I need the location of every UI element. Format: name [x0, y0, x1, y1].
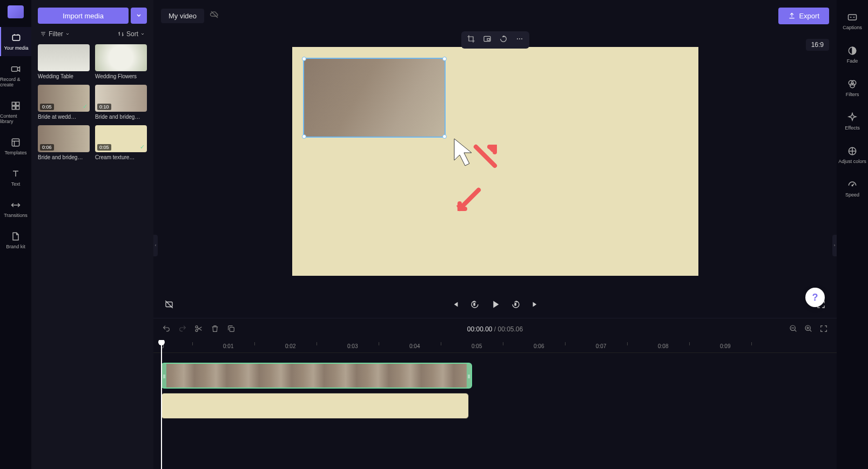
- prop-filters[interactable]: Filters: [837, 72, 868, 104]
- redo-button[interactable]: [178, 324, 187, 335]
- prop-captions[interactable]: Captions: [837, 5, 868, 37]
- chevron-down-icon: [65, 32, 70, 36]
- playhead[interactable]: [161, 340, 162, 469]
- fade-icon: [847, 45, 858, 56]
- zoom-in-icon: [804, 324, 813, 333]
- media-label: Wedding Flowers: [95, 73, 147, 79]
- undo-button[interactable]: [162, 324, 171, 335]
- duplicate-button[interactable]: [227, 324, 235, 335]
- prop-adjust-colors[interactable]: Adjust colors: [837, 139, 868, 171]
- preview-canvas[interactable]: [292, 47, 698, 276]
- resize-handle-bl[interactable]: [302, 134, 306, 139]
- app-logo[interactable]: [8, 5, 24, 18]
- filter-icon: [40, 31, 46, 37]
- media-item[interactable]: 0:06Bride and brideg…: [38, 125, 90, 160]
- play-button[interactable]: [489, 298, 501, 310]
- clip-trim-right[interactable]: ||: [467, 364, 471, 388]
- media-thumbnail[interactable]: [95, 44, 147, 71]
- ruler-tick: 0:05: [472, 343, 482, 349]
- project-title[interactable]: My video: [161, 9, 204, 23]
- resize-handle-tr[interactable]: [442, 57, 447, 61]
- forward-icon: 5: [511, 300, 521, 309]
- media-label: Cream texture…: [95, 154, 147, 160]
- record-icon: [10, 64, 21, 74]
- delete-button[interactable]: [211, 324, 219, 335]
- zoom-out-icon: [789, 324, 798, 333]
- media-item[interactable]: 0:05✓Bride at wedd…: [38, 85, 90, 120]
- media-thumbnail[interactable]: 0:05✓: [95, 125, 147, 152]
- crop-tool[interactable]: [467, 35, 475, 45]
- split-button[interactable]: [194, 324, 203, 335]
- zoom-fit-button[interactable]: [819, 324, 828, 335]
- filter-button[interactable]: Filter: [40, 30, 70, 38]
- prev-frame-button[interactable]: [450, 300, 460, 309]
- nav-content-library[interactable]: Content library: [0, 95, 31, 130]
- import-media-dropdown[interactable]: [131, 8, 147, 24]
- video-track[interactable]: || ||: [153, 363, 837, 389]
- prop-label: Speed: [845, 192, 859, 198]
- resize-handle-br[interactable]: [442, 134, 447, 139]
- nav-label: Record & create: [0, 77, 31, 87]
- zoom-in-button[interactable]: [804, 324, 813, 335]
- rewind-icon: 5: [470, 300, 480, 309]
- zoom-fit-icon: [819, 324, 828, 333]
- media-icon: [11, 32, 22, 43]
- ruler-tick: 0:08: [658, 343, 668, 349]
- current-time: 00:00.00: [467, 325, 493, 333]
- export-button[interactable]: Export: [778, 8, 829, 24]
- rotate-icon: [499, 35, 508, 43]
- import-media-button[interactable]: Import media: [38, 8, 129, 24]
- canvas-area: 16:9: [153, 31, 837, 291]
- prop-effects[interactable]: Effects: [837, 106, 868, 137]
- video-clip[interactable]: || ||: [161, 363, 472, 389]
- svg-point-26: [850, 83, 854, 87]
- media-item[interactable]: 0:05✓Cream texture…: [95, 125, 147, 160]
- pip-icon: [483, 35, 492, 43]
- background-clip[interactable]: [161, 393, 469, 419]
- media-thumbnail[interactable]: 0:05✓: [38, 85, 90, 112]
- next-frame-button[interactable]: [530, 300, 540, 309]
- media-thumbnail[interactable]: [38, 44, 90, 71]
- ruler-tick: 0:03: [347, 343, 358, 349]
- nav-templates[interactable]: Templates: [0, 132, 31, 161]
- more-tool[interactable]: [515, 35, 524, 45]
- media-thumbnail[interactable]: 0:06: [38, 125, 90, 152]
- prop-fade[interactable]: Fade: [837, 39, 868, 70]
- zoom-out-button[interactable]: [789, 324, 798, 335]
- nav-your-media[interactable]: Your media: [0, 27, 31, 56]
- pip-tool[interactable]: [483, 35, 492, 45]
- clip-trim-left[interactable]: ||: [162, 364, 166, 388]
- chevron-down-icon: [136, 13, 142, 18]
- prop-label: Fade: [847, 58, 858, 64]
- rotate-tool[interactable]: [499, 35, 508, 45]
- svg-text:5: 5: [514, 303, 516, 306]
- ruler-minor-tick: [503, 342, 503, 345]
- media-item[interactable]: Wedding Table: [38, 44, 90, 79]
- forward-button[interactable]: 5: [511, 300, 521, 309]
- sort-button[interactable]: Sort: [118, 30, 145, 38]
- filters-icon: [847, 79, 858, 90]
- ruler-tick: 0:04: [409, 343, 420, 349]
- aspect-ratio-button[interactable]: 16:9: [806, 39, 829, 51]
- resize-handle-tl[interactable]: [302, 57, 306, 61]
- nav-brand-kit[interactable]: Brand kit: [0, 226, 31, 255]
- nav-text[interactable]: Text: [0, 163, 31, 192]
- safe-zones-toggle[interactable]: [164, 300, 174, 309]
- selected-clip-overlay[interactable]: [303, 58, 446, 138]
- prop-speed[interactable]: Speed: [837, 173, 868, 204]
- nav-label: Templates: [4, 150, 26, 155]
- nav-transitions[interactable]: Transitions: [0, 194, 31, 223]
- ruler-minor-tick: [379, 342, 379, 345]
- nav-record-create[interactable]: Record & create: [0, 58, 31, 93]
- media-item[interactable]: 0:10Bride and brideg…: [95, 85, 147, 120]
- background-track[interactable]: [153, 393, 837, 419]
- media-thumbnail[interactable]: 0:10: [95, 85, 147, 112]
- rewind-button[interactable]: 5: [470, 300, 480, 309]
- media-item[interactable]: Wedding Flowers: [95, 44, 147, 79]
- cloud-sync-icon[interactable]: [210, 10, 219, 22]
- media-grid: Wedding TableWedding Flowers0:05✓Bride a…: [38, 44, 147, 160]
- collapse-properties-panel[interactable]: ›: [832, 235, 837, 256]
- help-button[interactable]: ?: [805, 288, 825, 307]
- timeline-ruler[interactable]: 00:010:020:030:040:050:060:070:080:09: [153, 340, 837, 353]
- timeline-tracks: || ||: [153, 353, 837, 419]
